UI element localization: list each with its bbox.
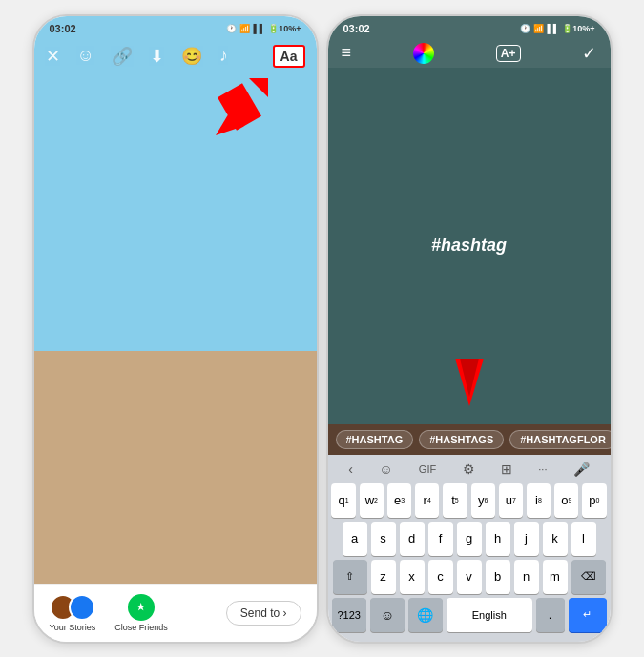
color-wheel-icon[interactable] <box>413 43 434 64</box>
kb-emoji-icon[interactable]: ☺ <box>379 462 392 477</box>
signal-icon: ▌▌ <box>253 24 265 33</box>
bottom-bar: Your Stories ★ Close Friends Send to › <box>34 584 317 642</box>
right-phone: 03:02 🕐 📶 ▌▌ 🔋10%+ ≡ A+ ✓ #hashtag #HASH… <box>326 14 613 644</box>
status-bar-right: 03:02 🕐 📶 ▌▌ 🔋10%+ <box>328 16 611 39</box>
svg-marker-4 <box>460 359 479 397</box>
font-size-button[interactable]: A+ <box>496 45 521 62</box>
your-stories-label: Your Stories <box>50 623 96 632</box>
sand-background <box>34 351 317 583</box>
close-friends-avatar: ★ <box>128 594 155 621</box>
key-p[interactable]: p0 <box>582 483 606 518</box>
suggestion-chip-2[interactable]: #HASHTAGS <box>419 430 504 449</box>
key-h[interactable]: h <box>486 522 510 556</box>
return-key[interactable]: ↵ <box>569 598 607 632</box>
wifi-icon-r: 📶 <box>533 24 544 33</box>
hashtag-suggestions-bar: #HASHTAG #HASHTAGS #HASHTAGFLOR <box>328 424 611 455</box>
key-d[interactable]: d <box>400 522 425 556</box>
key-w[interactable]: w2 <box>360 483 384 518</box>
kb-gif-button[interactable]: GIF <box>419 463 436 475</box>
right-toolbar: ≡ A+ ✓ <box>328 39 611 68</box>
kb-more-icon[interactable]: ··· <box>538 463 547 475</box>
sky-background <box>34 73 317 352</box>
time-right: 03:02 <box>343 23 370 34</box>
keyboard-bottom-row: ?123 ☺ 🌐 English . ↵ <box>330 598 609 632</box>
status-icons-left: 🕐 📶 ▌▌ 🔋10%+ <box>226 24 301 33</box>
key-k[interactable]: k <box>543 522 568 556</box>
delete-key[interactable]: ⌫ <box>571 560 606 594</box>
wifi-icon: 📶 <box>239 24 250 33</box>
globe-key[interactable]: 🌐 <box>408 598 443 632</box>
keyboard: ‹ ☺ GIF ⚙ ⊞ ··· 🎤 q1 w2 e3 r4 t5 y6 u7 i… <box>328 455 611 642</box>
keyboard-toolbar: ‹ ☺ GIF ⚙ ⊞ ··· 🎤 <box>330 459 609 480</box>
music-icon[interactable]: ♪ <box>219 46 228 66</box>
key-v[interactable]: v <box>457 560 482 594</box>
kb-translate-icon[interactable]: ⊞ <box>501 462 512 477</box>
menu-icon[interactable]: ≡ <box>342 43 352 63</box>
time-left: 03:02 <box>50 23 76 34</box>
close-friends-item[interactable]: ★ Close Friends <box>114 594 168 632</box>
emoji-icon[interactable]: ☺ <box>77 46 94 66</box>
keyboard-row-3: ⇧ z x c v b n m ⌫ <box>330 560 609 594</box>
key-t[interactable]: t5 <box>443 483 467 518</box>
battery-icon: 🔋10%+ <box>268 24 301 33</box>
suggestion-chip-1[interactable]: #HASHTAG <box>336 430 414 449</box>
key-o[interactable]: o9 <box>554 483 578 518</box>
status-icons-right: 🕐 📶 ▌▌ 🔋10%+ <box>520 24 594 33</box>
close-friends-label: Close Friends <box>114 623 168 632</box>
done-check-button[interactable]: ✓ <box>582 43 596 64</box>
key-n[interactable]: n <box>514 560 539 594</box>
key-e[interactable]: e3 <box>387 483 411 518</box>
language-key[interactable]: English <box>447 598 532 632</box>
close-icon[interactable]: ✕ <box>46 46 60 67</box>
emoji-key[interactable]: ☺ <box>370 598 405 632</box>
key-f[interactable]: f <box>428 522 453 556</box>
alarm-icon-r: 🕐 <box>520 24 530 33</box>
key-q[interactable]: q1 <box>331 483 355 518</box>
download-icon[interactable]: ⬇ <box>150 46 164 67</box>
signal-icon-r: ▌▌ <box>547 24 559 33</box>
left-phone: 03:02 🕐 📶 ▌▌ 🔋10%+ ✕ ☺ 🔗 ⬇ 😊 ♪ Aa <box>32 14 319 644</box>
battery-icon-r: 🔋10%+ <box>562 24 594 33</box>
story-toolbar: ✕ ☺ 🔗 ⬇ 😊 ♪ Aa <box>34 39 317 73</box>
avatar-group <box>50 594 95 621</box>
key-x[interactable]: x <box>400 560 425 594</box>
key-j[interactable]: j <box>514 522 539 556</box>
period-key[interactable]: . <box>536 598 565 632</box>
key-g[interactable]: g <box>457 522 482 556</box>
key-s[interactable]: s <box>371 522 396 556</box>
status-bar-left: 03:02 🕐 📶 ▌▌ 🔋10%+ <box>34 16 317 39</box>
key-z[interactable]: z <box>371 560 396 594</box>
link-icon[interactable]: 🔗 <box>112 46 133 67</box>
key-l[interactable]: l <box>571 522 596 556</box>
numbers-key[interactable]: ?123 <box>332 598 366 632</box>
kb-mic-icon[interactable]: 🎤 <box>573 462 590 477</box>
key-i[interactable]: i8 <box>527 483 551 518</box>
key-b[interactable]: b <box>486 560 510 594</box>
svg-marker-3 <box>455 359 484 406</box>
story-content <box>34 73 317 584</box>
keyboard-row-2: a s d f g h j k l <box>330 522 609 556</box>
hashtag-text: #hashtag <box>431 236 507 256</box>
keyboard-row-1: q1 w2 e3 r4 t5 y6 u7 i8 o9 p0 <box>330 483 609 518</box>
key-r[interactable]: r4 <box>415 483 439 518</box>
your-stories-item[interactable]: Your Stories <box>50 594 96 632</box>
aa-button[interactable]: Aa <box>273 45 305 68</box>
key-y[interactable]: y6 <box>471 483 495 518</box>
kb-settings-icon[interactable]: ⚙ <box>463 462 475 477</box>
key-u[interactable]: u7 <box>499 483 523 518</box>
shift-key[interactable]: ⇧ <box>333 560 367 594</box>
fb-avatar <box>69 594 95 621</box>
key-m[interactable]: m <box>543 560 568 594</box>
alarm-icon: 🕐 <box>226 24 237 33</box>
sticker-icon[interactable]: 😊 <box>181 46 202 67</box>
story-canvas: #hashtag <box>328 68 611 424</box>
kb-back-icon[interactable]: ‹ <box>348 462 353 477</box>
send-to-button[interactable]: Send to › <box>226 601 301 626</box>
suggestion-chip-3[interactable]: #HASHTAGFLOR <box>509 430 612 449</box>
key-c[interactable]: c <box>428 560 453 594</box>
key-a[interactable]: a <box>343 522 367 556</box>
